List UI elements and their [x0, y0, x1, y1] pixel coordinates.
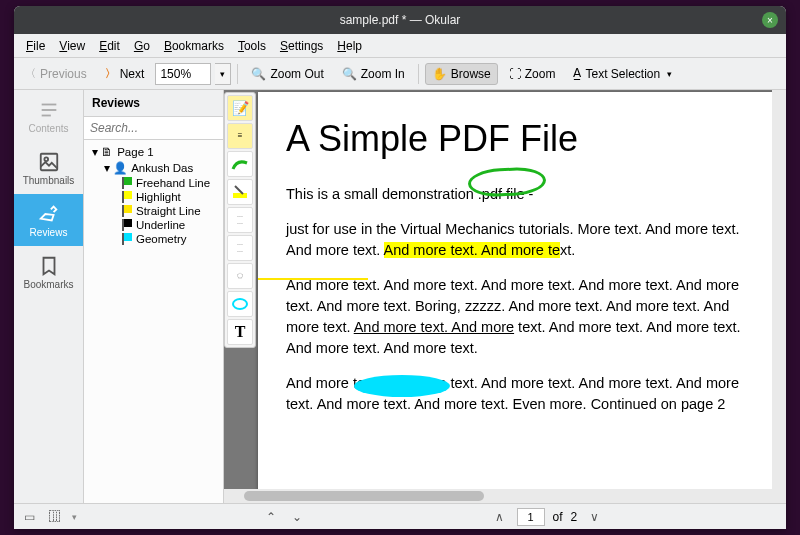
svg-rect-15 [233, 193, 247, 198]
paragraph-3: And more text. And more text. And more t… [286, 275, 758, 359]
ann-ellipse-tool[interactable] [227, 291, 253, 317]
straightline-annotation [258, 278, 368, 280]
menu-settings[interactable]: Settings [274, 37, 329, 55]
sidebar-tab-contents[interactable]: Contents [14, 90, 83, 142]
ann-underline-tool[interactable]: ······ [227, 235, 253, 261]
separator [418, 64, 419, 84]
reviews-tree: ▾ 🗎 Page 1 ▾ 👤 Ankush Das Freehand Line … [84, 140, 223, 503]
paragraph-4: And more text. And more text. And more t… [286, 373, 758, 415]
text-selection-button[interactable]: A̲Text Selection▾ [566, 62, 679, 85]
ann-text-tool[interactable]: T [227, 319, 253, 345]
underline-annotation: And more text. And more [354, 319, 514, 335]
text-selection-icon: A̲ [573, 66, 581, 81]
zoom-input[interactable] [155, 63, 211, 85]
tree-page-node[interactable]: ▾ 🗎 Page 1 [84, 144, 223, 160]
menu-bookmarks[interactable]: Bookmarks [158, 37, 230, 55]
next-page-icon[interactable]: ∨ [585, 508, 603, 526]
pdf-page: A Simple PDF File This is a small demons… [258, 92, 778, 503]
horizontal-scrollbar[interactable] [224, 489, 786, 503]
prev-page-icon[interactable]: ∧ [491, 508, 509, 526]
sidebar-tab-bookmarks[interactable]: Bookmarks [14, 246, 83, 298]
document-area[interactable]: 📝 ≡ ······ ······ ⬠ T A Simple PDF File … [224, 90, 786, 503]
zoom-tool-button[interactable]: ⛶Zoom [502, 63, 563, 85]
bookmarks-icon [38, 255, 60, 277]
page-number-input[interactable] [517, 508, 545, 526]
vertical-scrollbar[interactable] [772, 90, 786, 503]
tree-item-freehand[interactable]: Freehand Line [84, 176, 223, 190]
highlight-annotation: And more text. And more te [384, 242, 561, 258]
zoom-in-button[interactable]: 🔍Zoom In [335, 63, 412, 85]
horizontal-scroll-thumb[interactable] [244, 491, 484, 501]
ann-freehand-tool[interactable] [227, 151, 253, 177]
ann-inline-note-tool[interactable]: ≡ [227, 123, 253, 149]
ann-highlighter-tool[interactable] [227, 179, 253, 205]
sidebar: Contents Thumbnails Reviews Bookmarks [14, 90, 84, 503]
menu-view[interactable]: View [53, 37, 91, 55]
zoom-out-button[interactable]: 🔍Zoom Out [244, 63, 330, 85]
tree-author-node[interactable]: ▾ 👤 Ankush Das [84, 160, 223, 176]
contents-icon [38, 99, 60, 121]
svg-rect-8 [122, 191, 124, 203]
view-facing-icon[interactable]: ⿲ [46, 508, 64, 526]
browse-button[interactable]: ✋Browse [425, 63, 498, 85]
menu-edit[interactable]: Edit [93, 37, 126, 55]
menu-tools[interactable]: Tools [232, 37, 272, 55]
panel-title: Reviews [84, 90, 223, 117]
zoom-dropdown[interactable]: ▾ [215, 63, 231, 85]
thumbnails-icon [38, 151, 60, 173]
total-pages: 2 [571, 510, 578, 524]
tree-item-highlight[interactable]: Highlight [84, 190, 223, 204]
zoom-area-icon: ⛶ [509, 67, 521, 81]
annotation-toolbar: 📝 ≡ ······ ······ ⬠ T [224, 92, 256, 348]
document-heading: A Simple PDF File [286, 118, 758, 160]
sidebar-tab-thumbnails[interactable]: Thumbnails [14, 142, 83, 194]
previous-button[interactable]: 〈Previous [18, 62, 94, 85]
tree-item-geometry[interactable]: Geometry [84, 232, 223, 246]
next-button[interactable]: 〉Next [98, 62, 152, 85]
svg-point-4 [44, 157, 48, 161]
menubar: File View Edit Go Bookmarks Tools Settin… [14, 34, 786, 58]
sidebar-tab-reviews[interactable]: Reviews [14, 194, 83, 246]
menu-go[interactable]: Go [128, 37, 156, 55]
view-single-icon[interactable]: ▭ [20, 508, 38, 526]
svg-rect-10 [122, 205, 124, 217]
reviews-icon [38, 203, 60, 225]
zoom-out-icon: 🔍 [251, 67, 266, 81]
ann-polygon-tool[interactable]: ⬠ [227, 263, 253, 289]
statusbar: ▭ ⿲ ▾ ⌃ ⌄ ∧ of 2 ∨ [14, 503, 786, 529]
hand-icon: ✋ [432, 67, 447, 81]
reviews-panel: Reviews ▾ 🗎 Page 1 ▾ 👤 Ankush Das Freeha… [84, 90, 224, 503]
ann-note-tool[interactable]: 📝 [227, 95, 253, 121]
window-title: sample.pdf * — Okular [340, 13, 461, 27]
separator [237, 64, 238, 84]
zoom-in-icon: 🔍 [342, 67, 357, 81]
last-page-icon[interactable]: ⌄ [288, 508, 306, 526]
geometry-annotation [354, 375, 450, 397]
svg-rect-3 [40, 153, 57, 170]
tree-item-straightline[interactable]: Straight Line [84, 204, 223, 218]
menu-help[interactable]: Help [331, 37, 368, 55]
reviews-search-input[interactable] [84, 117, 223, 140]
first-page-icon[interactable]: ⌃ [262, 508, 280, 526]
ann-straightline-tool[interactable]: ······ [227, 207, 253, 233]
svg-rect-12 [122, 219, 124, 231]
paragraph-2: just for use in the Virtual Mechanics tu… [286, 219, 758, 261]
window-titlebar: sample.pdf * — Okular × [14, 6, 786, 34]
tree-item-underline[interactable]: Underline [84, 218, 223, 232]
of-label: of [553, 510, 563, 524]
svg-rect-6 [122, 177, 124, 189]
toolbar: 〈Previous 〉Next ▾ 🔍Zoom Out 🔍Zoom In ✋Br… [14, 58, 786, 90]
svg-rect-14 [122, 233, 124, 245]
svg-point-16 [233, 299, 247, 309]
menu-file[interactable]: File [20, 37, 51, 55]
window-close-button[interactable]: × [762, 12, 778, 28]
